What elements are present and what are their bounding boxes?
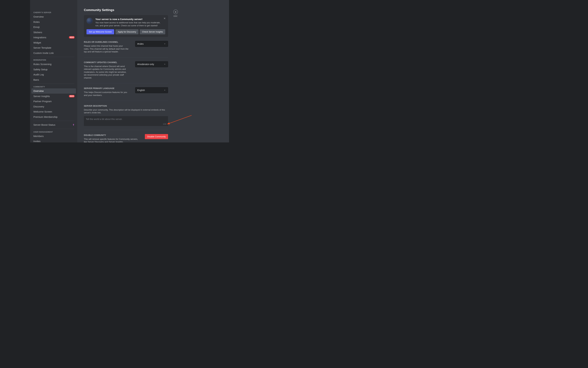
updates-channel-select[interactable]: #moderator-only	[135, 61, 168, 67]
sidebar-item-roles[interactable]: Roles	[31, 19, 76, 25]
sidebar-item-label: Premium Membership	[33, 115, 57, 119]
settings-main: Community Settings Your server is now a …	[77, 0, 229, 142]
sidebar-item-label: Widget	[33, 41, 41, 44]
updates-channel-value: #moderator-only	[137, 63, 154, 65]
disable-community-button[interactable]: Disable Community	[145, 134, 168, 139]
sidebar-item-label: Overview	[33, 89, 44, 93]
sidebar-item-stickers[interactable]: Stickers	[31, 30, 76, 35]
language-select[interactable]: English	[135, 87, 168, 93]
new-badge: NEW	[69, 36, 75, 39]
server-description-title: SERVER DESCRIPTION	[84, 105, 168, 107]
disable-community-desc: This will remove specific features for C…	[84, 138, 141, 142]
sidebar-item-emoji[interactable]: Emoji	[31, 25, 76, 30]
sidebar-item-integrations[interactable]: IntegrationsNEW	[31, 35, 76, 40]
server-description-placeholder: Tell the world a bit about this server.	[86, 118, 166, 120]
apply-for-discovery-button[interactable]: Apply for Discovery	[115, 29, 138, 34]
activity-bar-gutter	[0, 0, 30, 142]
close-label: ESC	[174, 15, 178, 17]
rules-channel-select[interactable]: #rules	[135, 41, 168, 47]
divider	[84, 57, 168, 57]
server-description-hint: Describe your community. This descriptio…	[84, 109, 168, 114]
new-badge: NEW	[69, 95, 75, 97]
updates-channel-desc: This is the channel where Discord will s…	[84, 65, 129, 79]
sidebar-item-label: Discovery	[33, 105, 44, 108]
sidebar-item-widget[interactable]: Widget	[31, 40, 76, 45]
sidebar-item-server-boost-status[interactable]: Server Boost Status	[31, 122, 76, 128]
sidebar-item-custom-invite-link[interactable]: Custom Invite Link	[31, 50, 76, 56]
settings-sidebar: CHERRY'S SERVEROverviewRolesEmojiSticker…	[30, 0, 77, 142]
sidebar-item-members[interactable]: Members	[31, 134, 76, 139]
chevron-down-icon	[164, 63, 166, 65]
sidebar-item-label: Safety Setup	[33, 68, 47, 71]
sidebar-item-label: Emoji	[33, 26, 40, 29]
sidebar-item-label: Custom Invite Link	[33, 51, 54, 55]
community-onboard-banner: Your server is now a Community server! Y…	[84, 15, 168, 37]
disable-community-title: DISABLE COMMUNITY	[84, 134, 141, 136]
sidebar-item-label: Members	[33, 135, 44, 138]
sidebar-section-header: MODERATION	[31, 58, 76, 62]
server-description-input[interactable]: Tell the world a bit about this server. …	[84, 116, 168, 126]
sidebar-item-server-insights[interactable]: Server InsightsNEW	[31, 94, 76, 99]
chevron-down-icon	[164, 89, 166, 91]
chevron-down-icon	[164, 43, 166, 45]
sidebar-item-premium-membership[interactable]: Premium Membership	[31, 114, 76, 120]
divider	[84, 130, 168, 130]
sidebar-item-partner-program[interactable]: Partner Program	[31, 99, 76, 104]
sidebar-item-overview[interactable]: Overview	[31, 14, 76, 19]
language-value: English	[137, 89, 145, 92]
sidebar-item-bans[interactable]: Bans	[31, 77, 76, 83]
sidebar-item-server-template[interactable]: Server Template	[31, 45, 76, 50]
updates-channel-title: COMMUNITY UPDATES CHANNEL	[84, 61, 129, 64]
sidebar-section-header: COMMUNITY	[31, 85, 76, 88]
settings-content: Community Settings Your server is now a …	[84, 8, 168, 142]
sidebar-divider	[33, 121, 74, 121]
banner-illustration	[86, 18, 93, 24]
sidebar-item-welcome-screen[interactable]: Welcome Screen	[31, 109, 76, 114]
sidebar-item-label: Server Insights	[33, 95, 50, 98]
sidebar-item-label: Partner Program	[33, 100, 52, 103]
sidebar-item-label: Overview	[33, 15, 44, 18]
rules-channel-title: RULES OR GUIDELINES CHANNEL	[84, 41, 129, 43]
sidebar-item-label: Server Template	[33, 46, 51, 49]
boost-gem-icon	[72, 124, 75, 126]
sidebar-item-label: Welcome Screen	[33, 110, 52, 113]
check-server-insights-button[interactable]: Check Server Insights	[140, 29, 165, 34]
page-title: Community Settings	[84, 8, 168, 12]
char-count: 120	[163, 123, 166, 125]
banner-title: Your server is now a Community server!	[95, 18, 161, 20]
sidebar-divider	[33, 129, 74, 129]
sidebar-item-rules-screening[interactable]: Rules Screening	[31, 62, 76, 67]
rules-channel-desc: Please select the channel that hosts you…	[84, 45, 129, 53]
sidebar-item-label: Roles	[33, 20, 40, 24]
sidebar-item-label: Audit Log	[33, 73, 44, 76]
rules-channel-value: #rules	[137, 43, 143, 45]
sidebar-item-label: Bans	[33, 78, 39, 82]
sidebar-item-discovery[interactable]: Discovery	[31, 104, 76, 109]
close-settings-button[interactable]	[173, 9, 178, 14]
setup-welcome-screen-button[interactable]: Set up Welcome Screen	[86, 29, 114, 34]
sidebar-section-header: USER MANAGEMENT	[31, 130, 76, 134]
banner-close-icon[interactable]	[163, 17, 166, 19]
sidebar-item-label: Invites	[33, 140, 40, 142]
language-title: SERVER PRIMARY LANGUAGE	[84, 87, 129, 90]
sidebar-item-label: Integrations	[33, 36, 46, 39]
close-settings-area: ESC	[173, 9, 178, 17]
close-icon	[174, 11, 177, 13]
sidebar-item-label: Rules Screening	[33, 63, 51, 66]
banner-description: You now have access to additional tools …	[95, 21, 161, 27]
sidebar-item-label: Stickers	[33, 31, 42, 34]
sidebar-item-label: Server Boost Status	[33, 123, 55, 127]
sidebar-item-invites[interactable]: Invites	[31, 139, 76, 142]
sidebar-item-audit-log[interactable]: Audit Log	[31, 72, 76, 77]
sidebar-item-safety-setup[interactable]: Safety Setup	[31, 67, 76, 72]
sidebar-item-overview[interactable]: Overview	[31, 88, 76, 94]
language-desc: This helps Discord customize features fo…	[84, 91, 129, 97]
sidebar-section-header: CHERRY'S SERVER	[31, 11, 76, 14]
